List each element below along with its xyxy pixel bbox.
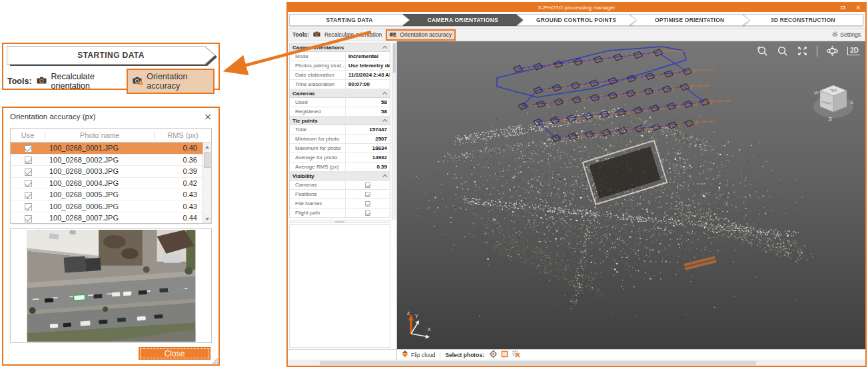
collapse-icon <box>382 174 387 179</box>
table-row[interactable]: 100_0268_0001.JPG 0.40 <box>11 143 203 155</box>
photo-name: 100_0268_0006.JPG <box>45 202 155 210</box>
section-header-visibility[interactable]: Visibility <box>290 172 390 181</box>
banner-face: STARTING DATA <box>7 47 215 64</box>
dialog-title: Orientation accuracy (px) <box>10 113 95 121</box>
section-header-tie-points[interactable]: Tie points <box>290 117 390 125</box>
scroll-down-icon[interactable] <box>203 214 211 223</box>
workflow-tabbar: STARTING DATA CAMERA ORIENTATIONS GROUND… <box>288 12 865 29</box>
window-title: X-PHOTO processing manager <box>288 3 865 12</box>
nav-cube[interactable]: TOP FRONT W E S <box>808 77 859 128</box>
2d-view-icon[interactable]: 2D <box>847 47 860 55</box>
table-scrollbar[interactable] <box>203 143 211 223</box>
tab-3d-reconstruction[interactable]: 3D RECONSTRUCTION <box>743 14 863 26</box>
rms-value: 0.39 <box>155 167 203 175</box>
checkbox[interactable] <box>25 157 32 164</box>
checkbox[interactable] <box>365 210 370 216</box>
table-row[interactable]: 100_0268_0004.JPG 0.42 <box>11 178 203 190</box>
camera-warning-icon <box>390 31 397 39</box>
orbit-icon[interactable] <box>826 45 839 57</box>
property-row: Flight path <box>290 208 390 218</box>
section-header-camera-orientations[interactable]: Camera orientations <box>290 43 390 52</box>
table-row[interactable]: 100_0268_0006.JPG 0.43 <box>11 201 203 213</box>
close-icon[interactable]: × <box>855 3 861 12</box>
viewport-bottom-bar: Flip cloud Select photos: <box>288 349 865 360</box>
property-row: Registered58 <box>290 107 390 117</box>
scroll-up-icon[interactable] <box>203 143 211 151</box>
col-use[interactable]: Use <box>11 131 45 139</box>
col-photo-name[interactable]: Photo name <box>45 131 155 139</box>
property-row: ModeIncremental <box>290 52 390 61</box>
checkbox[interactable] <box>25 169 32 176</box>
collapse-icon <box>382 119 387 123</box>
dialog-close-icon[interactable]: × <box>204 112 212 121</box>
orientation-accuracy-button[interactable]: Orientation accuracy <box>127 69 215 94</box>
checkbox[interactable] <box>25 192 32 199</box>
zoom-icon[interactable] <box>777 45 788 57</box>
aerial-photo <box>27 230 196 342</box>
scrollbar-thumb[interactable] <box>320 361 756 365</box>
main-content: Camera orientations ModeIncremental Phot… <box>288 41 865 349</box>
property-row: Average RMS (px)0.39 <box>290 163 390 172</box>
tab-starting-data[interactable]: STARTING DATA <box>289 14 410 26</box>
scrollbar-thumb[interactable] <box>204 152 211 168</box>
checkbox[interactable] <box>365 192 370 197</box>
tab-optimise-orientation[interactable]: OPTIMISE ORIENTATION <box>630 14 750 26</box>
table-row[interactable]: 100_0268_0005.JPG 0.43 <box>11 189 203 201</box>
select-photos-label: Select photos: <box>445 352 484 358</box>
deselect-icon[interactable] <box>512 350 520 359</box>
zoom-extents-icon[interactable] <box>757 45 768 57</box>
flip-cloud-button[interactable]: Flip cloud <box>397 350 440 360</box>
tab-label: GROUND CONTROL POINTS <box>536 17 616 23</box>
recalculate-orientation-button[interactable]: Recalculate orientation <box>324 31 382 38</box>
tools-row: Tools: Recalculate orientation Orientati… <box>288 29 865 41</box>
select-circle-icon[interactable] <box>490 350 497 359</box>
properties-grid: Camera orientations ModeIncremental Phot… <box>289 43 390 218</box>
fit-view-icon[interactable] <box>797 45 808 57</box>
viewport-3d[interactable]: 2D TOP FRONT W E S <box>397 41 865 349</box>
orientation-accuracy-button[interactable]: Orientation accuracy <box>386 29 456 41</box>
tab-label: CAMERA ORIENTATIONS <box>428 17 498 23</box>
checkbox[interactable] <box>25 180 32 187</box>
tab-camera-orientations[interactable]: CAMERA ORIENTATIONS <box>402 14 523 26</box>
table-row[interactable]: 100_0268_0007.JPG 0.44 <box>11 212 203 224</box>
resize-grip[interactable] <box>213 358 218 364</box>
rms-value: 0.42 <box>155 179 203 187</box>
col-rms[interactable]: RMS (px) <box>155 131 211 139</box>
horizontal-scrollbar[interactable] <box>288 360 865 366</box>
cube-top-label: TOP <box>830 89 837 93</box>
tools-label: Tools: <box>7 77 32 86</box>
select-rectangle-icon[interactable] <box>501 350 508 359</box>
photo-name: 100_0268_0005.JPG <box>45 190 155 198</box>
settings-button[interactable]: Settings <box>832 31 861 39</box>
close-button[interactable]: Close <box>139 347 211 360</box>
table-row[interactable]: 100_0268_0002.JPG 0.36 <box>11 155 203 167</box>
section-title: Tie points <box>292 118 318 124</box>
tab-ground-control-points[interactable]: GROUND CONTROL POINTS <box>516 14 636 26</box>
point-cloud-canvas[interactable] <box>397 41 865 349</box>
callout-tools-row: Tools: Recalculate orientation Orientati… <box>3 65 218 94</box>
checkbox[interactable] <box>25 215 32 222</box>
checkbox[interactable] <box>365 201 370 206</box>
table-body: 100_0268_0001.JPG 0.40 100_0268_0002.JPG… <box>11 143 203 223</box>
section-header-cameras[interactable]: Cameras <box>290 89 390 98</box>
table-row[interactable]: 100_0268_0003.JPG 0.39 <box>11 166 203 178</box>
tools-label: Tools: <box>292 31 309 38</box>
photo-name: 100_0268_0001.JPG <box>45 144 155 152</box>
panel-splitter[interactable] <box>289 220 390 223</box>
property-row: Photos pairing strat...Use telemetry dat… <box>290 61 390 71</box>
recalculate-orientation-button[interactable]: Recalculate orientation <box>51 72 123 91</box>
scrollbar-thumb[interactable] <box>393 43 396 73</box>
flip-cloud-label: Flip cloud <box>411 352 435 358</box>
photo-name: 100_0268_0004.JPG <box>45 179 155 187</box>
maximize-icon[interactable] <box>841 6 845 9</box>
xphoto-window: X-PHOTO processing manager × STARTING DA… <box>286 2 867 367</box>
bottom-bar-spacer <box>288 350 397 360</box>
rms-value: 0.40 <box>155 144 203 152</box>
properties-scrollbar[interactable] <box>392 43 396 220</box>
checkbox[interactable] <box>365 183 370 188</box>
camera-icon <box>37 77 47 86</box>
checkbox[interactable] <box>25 203 32 210</box>
checkbox[interactable] <box>25 145 32 153</box>
rms-value: 0.44 <box>155 214 203 222</box>
titlebar[interactable]: X-PHOTO processing manager × <box>288 3 865 12</box>
